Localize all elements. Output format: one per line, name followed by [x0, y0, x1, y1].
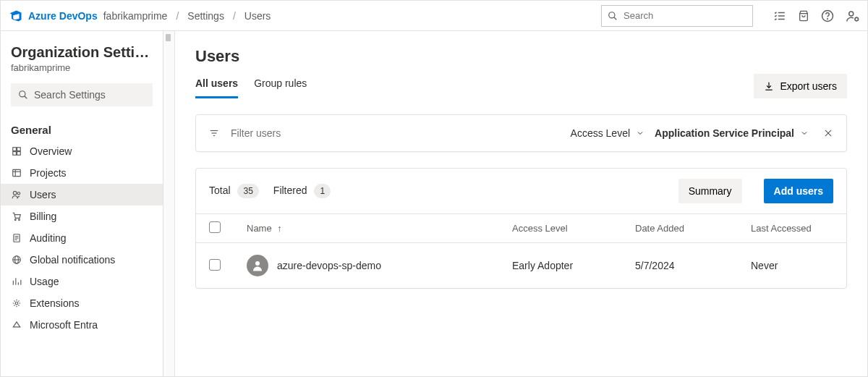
user-access-level: Early Adopter: [499, 243, 622, 289]
applied-filter-label: Application Service Principal: [655, 127, 794, 139]
task-list-icon[interactable]: [773, 9, 786, 22]
top-icon-bar: [773, 9, 860, 22]
svg-rect-12: [17, 148, 21, 151]
clear-filter-icon[interactable]: [823, 128, 833, 138]
svg-line-1: [614, 17, 617, 20]
add-users-button[interactable]: Add users: [764, 179, 833, 203]
user-settings-icon[interactable]: [846, 9, 860, 22]
tab-group-rules[interactable]: Group rules: [254, 73, 307, 98]
filter-users-input[interactable]: [229, 127, 561, 140]
user-name: azure-devops-sp-demo: [277, 260, 381, 271]
user-date-added: 5/7/2024: [622, 243, 738, 289]
overview-icon: [11, 146, 22, 156]
summary-button[interactable]: Summary: [678, 179, 742, 203]
table-row[interactable]: azure-devops-sp-demo Early Adopter 5/7/2…: [196, 243, 846, 289]
export-users-button[interactable]: Export users: [754, 74, 847, 98]
tabs: All users Group rules: [195, 73, 307, 98]
sidebar-item-label: Users: [30, 189, 56, 200]
svg-point-9: [20, 91, 25, 97]
svg-point-20: [14, 219, 16, 221]
sidebar-scrollbar[interactable]: [163, 31, 175, 376]
main-content: Users All users Group rules Export users…: [175, 31, 867, 376]
users-table: Name ↑ Access Level Date Added Last Acce…: [196, 213, 846, 288]
svg-rect-14: [17, 152, 21, 156]
filtered-label: Filtered 1: [273, 184, 331, 198]
column-last-accessed[interactable]: Last Accessed: [738, 214, 846, 243]
breadcrumb-separator: /: [176, 10, 179, 22]
svg-point-6: [827, 18, 828, 19]
page-title: Users: [195, 47, 847, 66]
total-count-pill: 35: [237, 184, 258, 198]
sidebar-item-usage[interactable]: Usage: [1, 271, 163, 292]
sidebar-item-users[interactable]: Users: [1, 184, 163, 206]
svg-line-10: [25, 96, 27, 99]
sidebar-item-label: Microsoft Entra: [30, 319, 98, 331]
sidebar: Organization Settin… fabrikamprime Searc…: [1, 31, 163, 376]
export-users-label: Export users: [780, 80, 837, 92]
breadcrumb-org[interactable]: fabrikamprime: [103, 10, 168, 22]
svg-point-8: [855, 17, 859, 21]
auditing-icon: [11, 233, 22, 243]
sidebar-item-label: Billing: [30, 211, 56, 222]
svg-point-18: [13, 191, 17, 195]
sidebar-item-overview[interactable]: Overview: [1, 140, 163, 162]
global-search-input[interactable]: [622, 9, 746, 22]
breadcrumb-settings[interactable]: Settings: [187, 10, 224, 22]
column-name[interactable]: Name ↑: [234, 214, 499, 243]
column-access-level[interactable]: Access Level: [499, 214, 622, 243]
global-search[interactable]: [601, 5, 753, 27]
sidebar-search-placeholder: Search Settings: [34, 89, 106, 101]
azure-devops-logo-icon: [9, 9, 22, 22]
projects-icon: [11, 168, 22, 178]
filter-bar: Access Level Application Service Princip…: [195, 114, 847, 152]
row-checkbox[interactable]: [209, 259, 221, 271]
svg-point-7: [849, 12, 854, 16]
sidebar-item-label: Projects: [30, 167, 67, 179]
users-table-card: Total 35 Filtered 1 Summary Add users Na…: [195, 168, 847, 289]
chevron-down-icon: [636, 129, 644, 137]
tab-all-users[interactable]: All users: [195, 73, 238, 98]
svg-point-21: [19, 219, 20, 221]
select-all-checkbox[interactable]: [209, 221, 221, 233]
access-level-label: Access Level: [571, 127, 630, 139]
sidebar-item-label: Overview: [30, 145, 72, 157]
help-icon[interactable]: [821, 9, 834, 22]
entra-icon: [11, 320, 22, 330]
avatar: [247, 255, 268, 276]
notifications-icon: [11, 255, 22, 265]
sidebar-item-auditing[interactable]: Auditing: [1, 227, 163, 249]
sidebar-item-projects[interactable]: Projects: [1, 162, 163, 184]
column-date-added[interactable]: Date Added: [622, 214, 738, 243]
svg-rect-13: [13, 152, 17, 156]
filtered-count-pill: 1: [314, 184, 331, 198]
search-icon: [18, 90, 28, 100]
sidebar-title: Organization Settin…: [1, 44, 163, 61]
sidebar-item-extensions[interactable]: Extensions: [1, 292, 163, 314]
sidebar-item-label: Global notifications: [30, 254, 115, 266]
sidebar-nav: Overview Projects Users Billing Auditing: [1, 140, 163, 336]
top-bar: Azure DevOps fabrikamprime / Settings / …: [1, 1, 867, 31]
user-last-accessed: Never: [738, 243, 846, 289]
breadcrumb-users[interactable]: Users: [244, 10, 271, 22]
svg-point-33: [15, 302, 18, 305]
sidebar-item-label: Auditing: [30, 232, 67, 244]
breadcrumb-separator: /: [233, 10, 236, 22]
svg-point-0: [609, 12, 615, 17]
sidebar-search[interactable]: Search Settings: [11, 83, 153, 106]
users-icon: [11, 190, 22, 200]
sidebar-item-label: Extensions: [30, 297, 79, 309]
applied-filter-dropdown[interactable]: Application Service Principal: [655, 127, 809, 139]
total-label: Total 35: [209, 184, 259, 198]
svg-rect-15: [13, 169, 21, 176]
usage-icon: [11, 276, 22, 287]
access-level-dropdown[interactable]: Access Level: [571, 127, 644, 139]
sort-ascending-icon: ↑: [277, 223, 282, 234]
sidebar-group-general: General: [1, 117, 163, 140]
sidebar-item-microsoft-entra[interactable]: Microsoft Entra: [1, 314, 163, 336]
brand-link[interactable]: Azure DevOps: [28, 10, 98, 22]
sidebar-item-billing[interactable]: Billing: [1, 206, 163, 227]
marketplace-icon[interactable]: [798, 9, 809, 22]
chevron-down-icon: [800, 129, 809, 137]
sidebar-item-global-notifications[interactable]: Global notifications: [1, 249, 163, 271]
download-icon: [764, 81, 774, 91]
